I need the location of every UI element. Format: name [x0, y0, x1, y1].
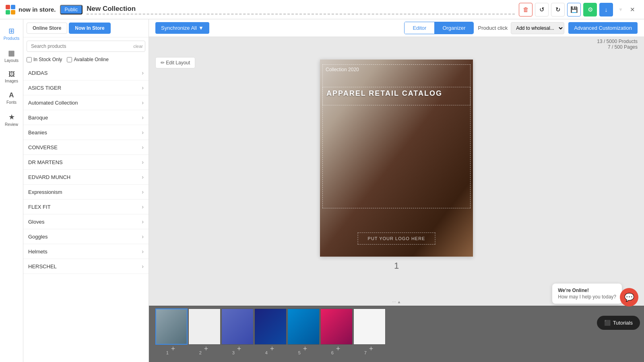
- top-bar-actions: 🗑 ↺ ↻ 💾 ⚙ ↓ ▼ ✕: [519, 3, 639, 16]
- film-page-num: 2: [199, 350, 202, 355]
- tutorials-button[interactable]: ⬛ Tutorials: [597, 316, 640, 330]
- collection-item[interactable]: CONVERSE›: [23, 140, 149, 155]
- film-add-button[interactable]: +: [301, 345, 309, 353]
- film-thumb[interactable]: [221, 309, 254, 345]
- search-box: clear: [27, 41, 145, 52]
- chevron-right-icon: ›: [142, 70, 144, 76]
- page-info: 13 / 5000 Products 7 / 500 Pages: [149, 37, 644, 51]
- film-thumb[interactable]: [155, 309, 188, 345]
- download-button[interactable]: ↓: [599, 3, 613, 16]
- edit-layout-button[interactable]: ✏ Edit Layout: [155, 57, 195, 68]
- collection-item[interactable]: ASICS TIGER›: [23, 80, 149, 95]
- filmstrip-item: 🗑 6 +: [320, 309, 353, 360]
- film-page-num: 6: [331, 350, 334, 355]
- sidebar-nav: ⊞ Products ▦ Layouts 🖼 Images A Fonts ★ …: [0, 19, 23, 362]
- delete-button[interactable]: 🗑: [519, 3, 533, 16]
- collection-name: FLEX FIT: [28, 204, 51, 210]
- catalog-title-box: APPAREL RETAIL CATALOG: [322, 87, 471, 100]
- sidebar-item-fonts[interactable]: A Fonts: [2, 88, 22, 108]
- film-thumb[interactable]: [353, 309, 386, 345]
- public-badge[interactable]: Public: [60, 5, 83, 14]
- sync-label: Synchronize All: [161, 25, 197, 31]
- collection-item[interactable]: Helmets›: [23, 244, 149, 259]
- collection-name: EDVARD MUNCH: [28, 174, 70, 180]
- undo-button[interactable]: ↺: [535, 3, 549, 16]
- collection-name: DR MARTENS: [28, 159, 63, 165]
- film-add-button[interactable]: +: [202, 345, 210, 353]
- store-tabs: Online Store Now In Store: [23, 19, 149, 37]
- now-in-store-tab[interactable]: Now In Store: [69, 23, 110, 34]
- film-thumb[interactable]: [188, 309, 221, 345]
- filmstrip-item: 🗑 5 +: [287, 309, 320, 360]
- pages-count: 7 / 500 Pages: [155, 44, 638, 50]
- sidebar-item-images[interactable]: 🖼 Images: [2, 68, 22, 86]
- film-page-num: 4: [265, 350, 268, 355]
- film-page-num: 5: [298, 350, 301, 355]
- catalog-cover: Collection 2020 APPAREL RETAIL CATALOG P…: [320, 60, 473, 257]
- chevron-right-icon: ›: [142, 99, 144, 106]
- product-click-label: Product click: [478, 25, 508, 31]
- collection-item[interactable]: DR MARTENS›: [23, 155, 149, 170]
- svg-rect-3: [11, 10, 15, 14]
- clear-button[interactable]: clear: [133, 44, 143, 49]
- search-area: clear: [23, 37, 149, 55]
- chat-button[interactable]: 💬: [620, 288, 638, 306]
- collection-item[interactable]: HERSCHEL›: [23, 259, 149, 274]
- sidebar-item-review[interactable]: ★ Review: [2, 109, 22, 130]
- film-add-button[interactable]: +: [367, 345, 375, 353]
- film-add-button[interactable]: +: [169, 345, 177, 353]
- advanced-customization-button[interactable]: Advanced Customization: [568, 22, 638, 34]
- collection-item[interactable]: Baroque›: [23, 110, 149, 125]
- close-button[interactable]: ✕: [625, 3, 639, 16]
- product-click-dropdown[interactable]: Add to wholesal...: [511, 22, 564, 34]
- svg-rect-0: [6, 5, 10, 9]
- catalog-page[interactable]: Collection 2020 APPAREL RETAIL CATALOG P…: [320, 60, 473, 257]
- settings-button[interactable]: ⚙: [583, 3, 597, 16]
- collection-item[interactable]: Automated Collection›: [23, 95, 149, 110]
- logo-placeholder[interactable]: PUT YOUR LOGO HERE: [358, 232, 436, 245]
- collection-item[interactable]: Gloves›: [23, 214, 149, 229]
- synchronize-all-button[interactable]: Synchronize All ▼: [155, 22, 209, 34]
- download-arrow[interactable]: ▼: [615, 7, 623, 12]
- collection-item[interactable]: Beanies›: [23, 125, 149, 140]
- save-button[interactable]: 💾: [567, 3, 581, 16]
- chevron-right-icon: ›: [142, 174, 144, 180]
- chevron-right-icon: ›: [142, 263, 144, 269]
- app-logo-text: now in store.: [19, 6, 56, 13]
- online-store-tab[interactable]: Online Store: [27, 23, 67, 34]
- collection-item[interactable]: Goggles›: [23, 229, 149, 244]
- collection-item[interactable]: ADIDAS›: [23, 66, 149, 80]
- collection-title: New Collection: [87, 5, 515, 14]
- sidebar-item-review-label: Review: [5, 122, 18, 127]
- film-thumb[interactable]: [254, 309, 287, 345]
- search-input[interactable]: [27, 41, 145, 52]
- film-add-button[interactable]: +: [334, 345, 342, 353]
- editor-tab[interactable]: Editor: [405, 22, 434, 34]
- film-add-button[interactable]: +: [268, 345, 276, 353]
- film-page-num: 3: [232, 350, 235, 355]
- organizer-tab[interactable]: Organizer: [434, 22, 473, 34]
- collection-name: Beanies: [28, 130, 47, 136]
- review-icon: ★: [8, 113, 15, 121]
- filmstrip-item: 🗑 3 +: [221, 309, 254, 360]
- catalog-title: APPAREL RETAIL CATALOG: [322, 87, 446, 100]
- chevron-right-icon: ›: [142, 248, 144, 255]
- collection-name: Expressionism: [28, 189, 62, 195]
- collection-item[interactable]: EDVARD MUNCH›: [23, 170, 149, 185]
- view-tabs: Editor Organizer: [404, 22, 474, 34]
- collection-item[interactable]: FLEX FIT›: [23, 200, 149, 214]
- chevron-right-icon: ›: [142, 204, 144, 210]
- film-thumb[interactable]: [320, 309, 353, 345]
- sidebar-item-products-label: Products: [4, 36, 19, 41]
- filmstrip-item: 🗑 7 +: [353, 309, 386, 360]
- fonts-icon: A: [9, 91, 14, 99]
- film-thumb[interactable]: [287, 309, 320, 345]
- sidebar-item-layouts[interactable]: ▦ Layouts: [2, 45, 22, 66]
- in-stock-checkbox[interactable]: [27, 57, 32, 62]
- available-online-checkbox[interactable]: [67, 57, 72, 62]
- page-number: 1: [390, 257, 403, 275]
- collection-item[interactable]: Expressionism›: [23, 185, 149, 200]
- film-add-button[interactable]: +: [235, 345, 243, 353]
- redo-button[interactable]: ↻: [551, 3, 565, 16]
- sidebar-item-products[interactable]: ⊞ Products: [2, 23, 22, 44]
